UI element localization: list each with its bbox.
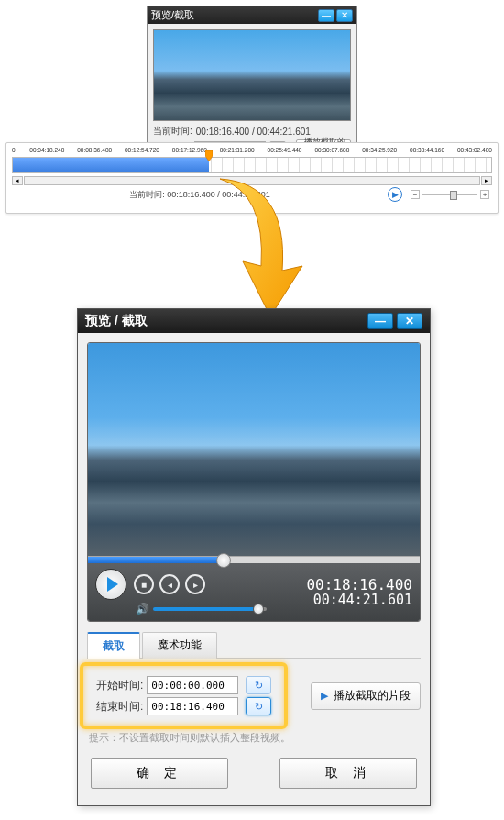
timeline-tick: 00:21:31.200	[220, 147, 255, 153]
timeline-tick: 00:12:54.720	[125, 147, 159, 153]
zoom-in-button[interactable]: +	[480, 190, 489, 199]
ok-button[interactable]: 确 定	[91, 758, 228, 789]
play-segment-button[interactable]: 播放截取的片段	[311, 682, 421, 710]
volume-icon[interactable]: 🔊	[136, 603, 149, 615]
timeline-tick: 00:38:44.160	[410, 147, 444, 153]
tab-magic[interactable]: 魔术功能	[142, 632, 217, 659]
start-time-input[interactable]	[147, 676, 238, 694]
timeline-current-value: 00:18:16.400 / 00:44:21.601	[167, 190, 270, 199]
timeline-tick: 00:25:49.440	[268, 147, 302, 153]
zoom-out-button[interactable]: −	[411, 190, 420, 199]
cancel-button[interactable]: 取 消	[279, 758, 417, 789]
tab-bar: 截取 魔术功能	[87, 631, 421, 659]
timeline-tick: 00:30:07.680	[314, 147, 349, 153]
timeline-playhead[interactable]	[205, 150, 213, 161]
set-end-time-button[interactable]: ↻	[246, 697, 271, 715]
video-preview	[153, 29, 351, 121]
stop-button[interactable]: ■	[134, 574, 154, 594]
close-button[interactable]: ✕	[336, 9, 353, 22]
video-frame	[88, 343, 420, 556]
end-time-label: 结束时间:	[96, 699, 143, 715]
timeline-tick: 00:04:18.240	[29, 147, 64, 153]
volume-slider[interactable]	[153, 607, 267, 611]
minimize-button[interactable]: —	[367, 313, 393, 329]
svg-marker-0	[205, 150, 213, 161]
current-time-label: 当前时间:	[153, 125, 192, 138]
timeline-scrollbar[interactable]	[24, 176, 480, 185]
window-title: 预览 / 截取	[85, 313, 148, 329]
end-time-input[interactable]	[147, 697, 238, 715]
timeline-tick: 00:43:02.400	[457, 147, 492, 153]
timeline-tick: 00:17:12.960	[172, 147, 207, 153]
minimize-button[interactable]: —	[318, 9, 334, 22]
close-button[interactable]: ✕	[397, 313, 422, 329]
timeline-current-label: 当前时间:	[129, 190, 165, 199]
timeline-ticks: 0:00:04:18.24000:08:36.48000:12:54.72000…	[6, 143, 498, 155]
timeline-tick: 00:34:25.920	[362, 147, 397, 153]
video-progress-bar[interactable]	[88, 556, 420, 563]
playback-time-total: 00:44:21.601	[306, 593, 412, 608]
set-start-time-button[interactable]: ↻	[246, 676, 271, 694]
timeline-track[interactable]	[12, 157, 492, 173]
timeline-scroll-right[interactable]: ▸	[481, 176, 492, 185]
video-player: ■ ◂ ▸ 🔊 00:18:16.400 00:44:21.601	[87, 342, 421, 622]
timeline-tick: 00:08:36.480	[77, 147, 112, 153]
titlebar-small: 预览/截取 — ✕	[148, 6, 356, 24]
preview-window-large: 预览 / 截取 — ✕ ■ ◂ ▸ 🔊	[77, 308, 431, 806]
timeline-progress-fill	[13, 158, 209, 172]
start-time-label: 开始时间:	[96, 678, 143, 693]
current-time-value: 00:18:16.400 / 00:44:21.601	[196, 127, 311, 137]
cut-time-panel: 开始时间: ↻ 结束时间: ↻	[87, 668, 280, 724]
tab-cut[interactable]: 截取	[87, 632, 140, 659]
timeline-scroll-left[interactable]: ◂	[12, 176, 23, 185]
timeline-play-button[interactable]: ▶	[388, 187, 402, 202]
hint-text: 提示：不设置截取时间则默认插入整段视频。	[89, 731, 419, 745]
window-title: 预览/截取	[151, 8, 194, 22]
play-button[interactable]	[95, 569, 126, 600]
step-forward-button[interactable]: ▸	[185, 574, 205, 594]
timeline-tick: 0:	[12, 147, 16, 153]
titlebar-large: 预览 / 截取 — ✕	[78, 309, 430, 333]
playback-time-current: 00:18:16.400	[306, 577, 412, 593]
video-timeline: 0:00:04:18.24000:08:36.48000:12:54.72000…	[5, 142, 499, 214]
step-back-button[interactable]: ◂	[159, 574, 180, 594]
zoom-slider[interactable]	[422, 194, 477, 195]
